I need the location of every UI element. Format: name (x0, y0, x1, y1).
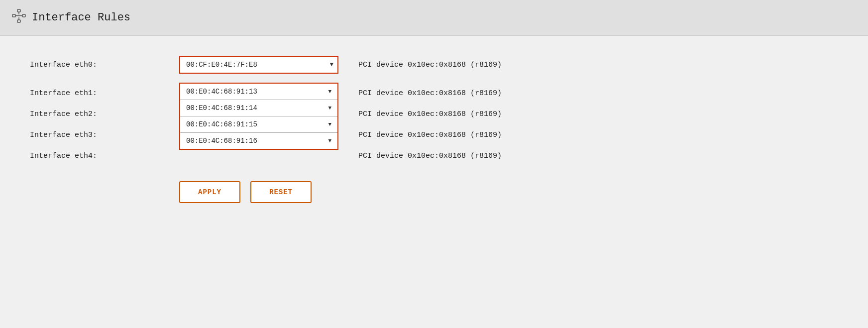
pci-eth1: PCI device 0x10ec:0x8168 (r8169) (358, 83, 838, 104)
page-header: Interface Rules (0, 0, 868, 36)
network-icon (12, 9, 26, 26)
select-eth0[interactable]: 00:CF:E0:4E:7F:E8 (179, 56, 338, 74)
label-eth1: Interface eth1: (30, 83, 179, 104)
pci-eth2: PCI device 0x10ec:0x8168 (r8169) (358, 104, 838, 124)
arrow-eth1: ▼ (328, 89, 331, 95)
pci-eth3: PCI device 0x10ec:0x8168 (r8169) (358, 124, 838, 145)
label-eth2: Interface eth2: (30, 104, 179, 124)
pci-eth0: PCI device 0x10ec:0x8168 (r8169) (358, 61, 838, 69)
grouped-row-eth2[interactable]: 00:E0:4C:68:91:14 ▼ (180, 100, 337, 116)
grouped-select-container: 00:E0:4C:68:91:13 ▼ 00:E0:4C:68:91:14 ▼ … (179, 83, 338, 150)
svg-rect-1 (12, 14, 15, 17)
grouped-row-eth3[interactable]: 00:E0:4C:68:91:15 ▼ (180, 116, 337, 133)
mac-eth3: 00:E0:4C:68:91:15 (186, 120, 324, 128)
main-content: Interface eth0: 00:CF:E0:4E:7F:E8 ▼ PCI … (0, 36, 868, 223)
apply-button[interactable]: APPLY (179, 181, 240, 203)
arrow-eth2: ▼ (328, 105, 331, 111)
multi-labels: Interface eth1: Interface eth2: Interfac… (30, 83, 179, 166)
arrow-eth4: ▼ (328, 138, 331, 144)
svg-rect-2 (22, 14, 25, 17)
mac-eth2: 00:E0:4C:68:91:14 (186, 104, 324, 112)
label-eth4: Interface eth4: (30, 145, 179, 166)
grouped-row-eth4[interactable]: 00:E0:4C:68:91:16 ▼ (180, 133, 337, 149)
label-eth3: Interface eth3: (30, 124, 179, 145)
arrow-eth3: ▼ (328, 121, 331, 127)
label-eth0: Interface eth0: (30, 61, 179, 69)
svg-rect-0 (17, 9, 20, 12)
page-title: Interface Rules (32, 11, 130, 24)
pci-eth4: PCI device 0x10ec:0x8168 (r8169) (358, 145, 838, 166)
reset-button[interactable]: RESET (250, 181, 312, 203)
button-row: APPLY RESET (179, 181, 838, 203)
svg-rect-3 (17, 20, 20, 22)
multi-pci-col: PCI device 0x10ec:0x8168 (r8169) PCI dev… (358, 83, 838, 166)
grouped-interface-section: Interface eth1: Interface eth2: Interfac… (30, 83, 838, 166)
mac-eth1: 00:E0:4C:68:91:13 (186, 88, 324, 96)
interface-row-eth0: Interface eth0: 00:CF:E0:4E:7F:E8 ▼ PCI … (30, 56, 838, 74)
select-wrapper-eth0: 00:CF:E0:4E:7F:E8 ▼ (179, 56, 338, 74)
grouped-row-eth1[interactable]: 00:E0:4C:68:91:13 ▼ (180, 84, 337, 100)
mac-eth4: 00:E0:4C:68:91:16 (186, 137, 324, 145)
